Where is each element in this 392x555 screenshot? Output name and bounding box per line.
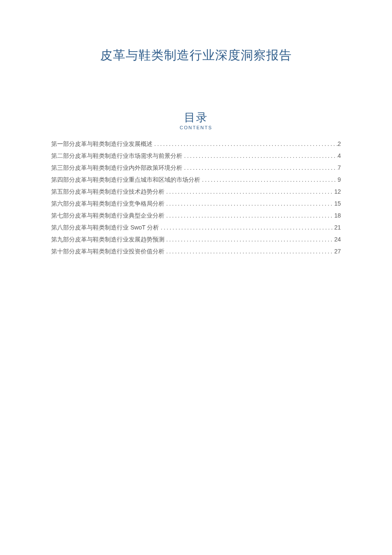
toc-header: 目录 CONTENTS xyxy=(51,111,341,130)
toc-entry-label: 第六部分皮革与鞋类制造行业竞争格局分析 xyxy=(51,198,164,209)
toc-entry[interactable]: 第一部分皮革与鞋类制造行业发展概述 2 xyxy=(51,138,341,150)
toc-entry-label: 第八部分皮革与鞋类制造行业 SwoT 分析 xyxy=(51,221,159,233)
toc-entry[interactable]: 第二部分皮革与鞋类制造行业市场需求与前景分析 4 xyxy=(51,150,341,162)
toc-entry[interactable]: 第七部分皮革与鞋类制造行业典型企业分析 18 xyxy=(51,209,341,221)
toc-leader-dots xyxy=(182,150,337,162)
toc-list: 第一部分皮革与鞋类制造行业发展概述 2 第二部分皮革与鞋类制造行业市场需求与前景… xyxy=(51,138,341,257)
toc-entry-page: 24 xyxy=(334,233,341,245)
toc-subheading: CONTENTS xyxy=(51,125,341,130)
toc-heading: 目录 xyxy=(51,111,341,124)
toc-entry-label: 第十部分皮革与鞋类制造行业投资价值分析 xyxy=(51,245,164,257)
toc-entry-label: 第七部分皮革与鞋类制造行业典型企业分析 xyxy=(51,209,164,221)
toc-entry[interactable]: 第六部分皮革与鞋类制造行业竞争格局分析 15 xyxy=(51,198,341,209)
toc-entry-label: 第一部分皮革与鞋类制造行业发展概述 xyxy=(51,138,153,150)
toc-leader-dots xyxy=(182,162,337,174)
toc-leader-dots xyxy=(153,138,337,150)
toc-leader-dots xyxy=(200,174,337,186)
toc-entry[interactable]: 第九部分皮革与鞋类制造行业发展趋势预测 24 xyxy=(51,233,341,245)
toc-entry-page: 15 xyxy=(334,198,341,209)
toc-entry-page: 12 xyxy=(334,186,341,198)
toc-entry[interactable]: 第八部分皮革与鞋类制造行业 SwoT 分析 21 xyxy=(51,221,341,233)
toc-entry-label: 第二部分皮革与鞋类制造行业市场需求与前景分析 xyxy=(51,150,182,162)
toc-leader-dots xyxy=(164,233,334,245)
toc-entry-page: 2 xyxy=(337,138,341,150)
toc-entry[interactable]: 第三部分皮革与鞋类制造行业内外部政策环境分析 7 xyxy=(51,162,341,174)
toc-entry[interactable]: 第四部分皮革与鞋类制造行业重点城市和区域的市场分析 9 xyxy=(51,174,341,186)
toc-entry-label: 第三部分皮革与鞋类制造行业内外部政策环境分析 xyxy=(51,162,182,174)
toc-entry-page: 9 xyxy=(337,174,341,186)
toc-entry-page: 21 xyxy=(334,221,341,233)
toc-entry[interactable]: 第五部分皮革与鞋类制造行业技术趋势分析 12 xyxy=(51,186,341,198)
toc-entry-label: 第五部分皮革与鞋类制造行业技术趋势分析 xyxy=(51,186,164,198)
toc-entry[interactable]: 第十部分皮革与鞋类制造行业投资价值分析 27 xyxy=(51,245,341,257)
toc-entry-page: 7 xyxy=(337,162,341,174)
toc-leader-dots xyxy=(164,186,334,198)
document-title: 皮革与鞋类制造行业深度洞察报告 xyxy=(51,47,341,64)
toc-leader-dots xyxy=(164,245,334,257)
toc-entry-label: 第九部分皮革与鞋类制造行业发展趋势预测 xyxy=(51,233,164,245)
toc-leader-dots xyxy=(159,221,334,233)
toc-entry-page: 4 xyxy=(337,150,341,162)
toc-leader-dots xyxy=(164,198,334,209)
toc-entry-label: 第四部分皮革与鞋类制造行业重点城市和区域的市场分析 xyxy=(51,174,200,186)
toc-entry-page: 27 xyxy=(334,245,341,257)
toc-leader-dots xyxy=(164,209,334,221)
toc-entry-page: 18 xyxy=(334,209,341,221)
